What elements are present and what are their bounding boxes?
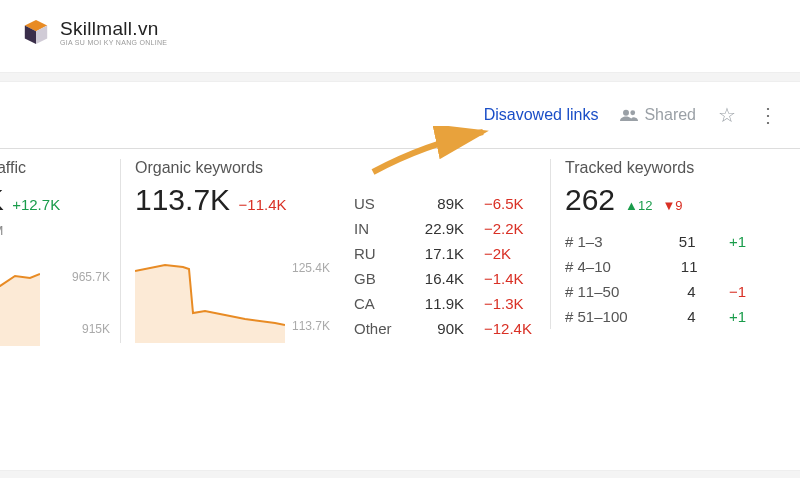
country-delta: −1.4K bbox=[484, 270, 536, 287]
people-icon bbox=[620, 108, 638, 122]
country-code: US bbox=[354, 195, 396, 212]
country-code: RU bbox=[354, 245, 396, 262]
tracked-range: # 1–3 bbox=[565, 233, 645, 250]
logo-icon bbox=[20, 16, 52, 48]
country-delta: −1.3K bbox=[484, 295, 536, 312]
organic-traffic-card: nic traffic 5.7K +12.7K : $1.1M 965.7K 9… bbox=[0, 159, 120, 346]
country-delta: −2K bbox=[484, 245, 536, 262]
shared-label: Shared bbox=[644, 106, 696, 124]
country-row: IN22.9K−2.2K bbox=[354, 216, 536, 241]
organic-traffic-sub: : $1.1M bbox=[0, 223, 106, 238]
country-code: GB bbox=[354, 270, 396, 287]
tracked-row-value: 4 bbox=[666, 308, 696, 325]
organic-keywords-chart: 125.4K 113.7K bbox=[135, 253, 326, 343]
tracked-keywords-card: Tracked keywords 262 ▲12 ▼9 # 1–351+1# 4… bbox=[550, 159, 760, 329]
kebab-menu-icon[interactable]: ⋮ bbox=[758, 105, 778, 125]
country-code: CA bbox=[354, 295, 396, 312]
metrics-row: nic traffic 5.7K +12.7K : $1.1M 965.7K 9… bbox=[0, 149, 800, 346]
organic-keywords-delta: −11.4K bbox=[239, 196, 287, 213]
country-value: 11.9K bbox=[412, 295, 464, 312]
tracked-row: # 4–1011 bbox=[565, 254, 746, 279]
country-row: Other90K−12.4K bbox=[354, 316, 536, 341]
country-row: US89K−6.5K bbox=[354, 191, 536, 216]
keywords-by-country: US89K−6.5KIN22.9K−2.2KRU17.1K−2KGB16.4K−… bbox=[340, 159, 550, 341]
organic-traffic-title: nic traffic bbox=[0, 159, 106, 177]
chart-label-bottom: 915K bbox=[82, 322, 110, 336]
country-delta: −2.2K bbox=[484, 220, 536, 237]
chart-label-top: 965.7K bbox=[72, 270, 110, 284]
country-value: 17.1K bbox=[412, 245, 464, 262]
organic-traffic-delta: +12.7K bbox=[12, 196, 60, 213]
tracked-row: # 1–351+1 bbox=[565, 229, 746, 254]
country-value: 16.4K bbox=[412, 270, 464, 287]
bottom-separator bbox=[0, 470, 800, 478]
tracked-range: # 4–10 bbox=[565, 258, 645, 275]
country-value: 22.9K bbox=[412, 220, 464, 237]
country-row: CA11.9K−1.3K bbox=[354, 291, 536, 316]
logo-bar: Skillmall.vn GIA SU MOI KY NANG ONLINE bbox=[0, 0, 800, 72]
tracked-row-value: 51 bbox=[666, 233, 696, 250]
toolbar: Disavowed links Shared ☆ ⋮ bbox=[0, 82, 800, 148]
tracked-row-value: 11 bbox=[668, 258, 698, 275]
chart-label-bottom: 113.7K bbox=[292, 319, 330, 333]
tracked-up: ▲12 bbox=[625, 198, 652, 213]
country-value: 90K bbox=[412, 320, 464, 337]
shared-button[interactable]: Shared bbox=[620, 106, 696, 124]
country-value: 89K bbox=[412, 195, 464, 212]
tracked-row-value: 4 bbox=[666, 283, 696, 300]
tracked-row: # 11–504−1 bbox=[565, 279, 746, 304]
tracked-down: ▼9 bbox=[662, 198, 682, 213]
organic-keywords-title: Organic keywords bbox=[135, 159, 326, 177]
tracked-row-delta: +1 bbox=[720, 233, 746, 250]
svg-point-4 bbox=[631, 110, 636, 115]
organic-traffic-value: 5.7K bbox=[0, 183, 4, 217]
star-icon[interactable]: ☆ bbox=[718, 103, 736, 127]
organic-traffic-chart: 965.7K 915K bbox=[0, 256, 106, 346]
country-code: Other bbox=[354, 320, 396, 337]
logo-text: Skillmall.vn bbox=[60, 18, 167, 40]
country-row: RU17.1K−2K bbox=[354, 241, 536, 266]
organic-keywords-card: Organic keywords 113.7K −11.4K 125.4K 11… bbox=[120, 159, 340, 343]
tracked-row-delta: +1 bbox=[720, 308, 746, 325]
country-delta: −6.5K bbox=[484, 195, 536, 212]
logo-subtitle: GIA SU MOI KY NANG ONLINE bbox=[60, 39, 167, 46]
tracked-row-delta: −1 bbox=[720, 283, 746, 300]
organic-keywords-value: 113.7K bbox=[135, 183, 230, 217]
country-code: IN bbox=[354, 220, 396, 237]
disavowed-links[interactable]: Disavowed links bbox=[484, 106, 599, 124]
chart-label-top: 125.4K bbox=[292, 261, 330, 275]
country-row: GB16.4K−1.4K bbox=[354, 266, 536, 291]
separator bbox=[0, 72, 800, 82]
svg-point-3 bbox=[623, 110, 629, 116]
tracked-range: # 51–100 bbox=[565, 308, 645, 325]
tracked-keywords-title: Tracked keywords bbox=[565, 159, 746, 177]
country-delta: −12.4K bbox=[484, 320, 536, 337]
tracked-keywords-value: 262 bbox=[565, 183, 615, 217]
tracked-range: # 11–50 bbox=[565, 283, 645, 300]
tracked-row: # 51–1004+1 bbox=[565, 304, 746, 329]
